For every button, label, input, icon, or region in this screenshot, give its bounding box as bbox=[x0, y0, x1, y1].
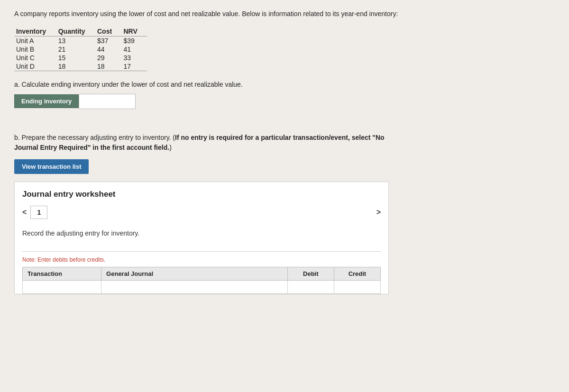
unit-a-nrv: $39 bbox=[121, 36, 147, 45]
unit-c-nrv: 33 bbox=[121, 54, 147, 62]
unit-d-name: Unit D bbox=[14, 62, 56, 71]
nav-right-arrow[interactable]: > bbox=[376, 208, 381, 217]
unit-c-qty: 15 bbox=[56, 54, 95, 62]
note-text: Note: Enter debits before credits. bbox=[22, 256, 381, 263]
journal-worksheet: Journal entry worksheet < 1 > Record the… bbox=[14, 182, 389, 294]
page-number-box: 1 bbox=[30, 206, 47, 219]
journal-table: Transaction General Journal Debit Credit bbox=[22, 267, 381, 294]
record-text: Record the adjusting entry for inventory… bbox=[22, 225, 381, 252]
col-header-quantity: Quantity bbox=[56, 27, 95, 36]
credit-cell[interactable] bbox=[334, 280, 380, 293]
inventory-table: Inventory Quantity Cost NRV Unit A 13 $3… bbox=[14, 27, 147, 71]
unit-d-nrv: 17 bbox=[121, 62, 147, 71]
table-row bbox=[23, 280, 381, 293]
unit-d-cost: 18 bbox=[95, 62, 121, 71]
nav-left-arrow[interactable]: < bbox=[22, 208, 27, 217]
col-header-cost: Cost bbox=[95, 27, 121, 36]
ending-inventory-input[interactable] bbox=[79, 94, 136, 109]
unit-c-cost: 29 bbox=[95, 54, 121, 62]
journal-nav-row: < 1 > bbox=[22, 206, 381, 219]
section-a-label: a. Calculate ending inventory under the … bbox=[14, 81, 555, 88]
section-b-text: b. Prepare the necessary adjusting entry… bbox=[14, 133, 403, 153]
unit-a-name: Unit A bbox=[14, 36, 56, 45]
ending-inventory-row: Ending inventory bbox=[14, 94, 555, 109]
general-journal-cell[interactable] bbox=[101, 280, 288, 293]
journal-title: Journal entry worksheet bbox=[22, 190, 381, 199]
col-header-inventory: Inventory bbox=[14, 27, 56, 36]
col-transaction-header: Transaction bbox=[23, 267, 101, 280]
unit-a-cost: $37 bbox=[95, 36, 121, 45]
col-header-nrv: NRV bbox=[121, 27, 147, 36]
unit-c-name: Unit C bbox=[14, 54, 56, 62]
view-transaction-button[interactable]: View transaction list bbox=[14, 159, 89, 174]
unit-b-name: Unit B bbox=[14, 45, 56, 54]
ending-inventory-label: Ending inventory bbox=[14, 94, 79, 108]
unit-b-nrv: 41 bbox=[121, 45, 147, 54]
unit-b-qty: 21 bbox=[56, 45, 95, 54]
unit-b-cost: 44 bbox=[95, 45, 121, 54]
col-credit-header: Credit bbox=[334, 267, 380, 280]
col-general-journal-header: General Journal bbox=[101, 267, 288, 280]
unit-d-qty: 18 bbox=[56, 62, 95, 71]
intro-text: A company reports inventory using the lo… bbox=[14, 9, 555, 19]
col-debit-header: Debit bbox=[287, 267, 334, 280]
debit-cell[interactable] bbox=[287, 280, 334, 293]
unit-a-qty: 13 bbox=[56, 36, 95, 45]
transaction-cell[interactable] bbox=[23, 280, 101, 293]
